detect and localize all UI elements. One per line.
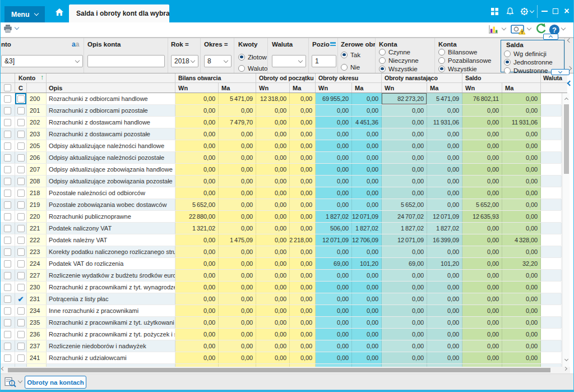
row-c-cell[interactable] — [15, 352, 27, 363]
cell-konto[interactable]: 231 — [27, 293, 47, 305]
row-select-checkbox[interactable] — [4, 354, 11, 362]
cell-value[interactable]: 0,00 — [462, 234, 502, 246]
cell-value[interactable]: 0,00 — [352, 176, 382, 187]
cell-value[interactable]: 11 931,06 — [502, 117, 541, 128]
cell-value[interactable]: 0,00 — [382, 317, 427, 328]
table-row-241[interactable]: 241Rozrachunki z udziałowcami0,000,000,0… — [0, 352, 562, 364]
row-select-checkbox[interactable] — [4, 237, 11, 244]
chart-button[interactable] — [488, 25, 498, 34]
cell-value[interactable]: 0,00 — [382, 246, 427, 257]
cell-value[interactable]: 0,00 — [256, 329, 290, 340]
table-row-237[interactable]: 237Rozliczenie niedoborów i nadwyżek0,00… — [0, 340, 562, 352]
cell-value[interactable]: 0,00 — [352, 270, 382, 281]
cell-value[interactable]: 0,00 — [175, 258, 219, 269]
cell-value[interactable]: 0,00 — [382, 293, 427, 305]
konto-filter-combobox[interactable]: &3] — [1, 55, 83, 67]
cell-value[interactable]: 0,00 — [256, 199, 290, 210]
cell-value[interactable]: 0,00 — [290, 93, 316, 104]
row-c-checkbox[interactable] — [17, 307, 25, 315]
radio-konta_aktywnosc-1[interactable]: Nieczynne — [379, 57, 419, 64]
cell-value[interactable]: 0,00 — [290, 329, 316, 340]
cell-value[interactable]: 0,00 — [219, 211, 256, 222]
cell-value[interactable]: 0,00 — [352, 128, 382, 140]
row-select-cell[interactable] — [0, 258, 15, 269]
radio-konta_aktywnosc-2[interactable]: Wszystkie — [379, 65, 418, 72]
cell-konto[interactable]: 203 — [27, 128, 47, 140]
row-select-checkbox[interactable] — [4, 248, 11, 256]
row-select-checkbox[interactable] — [4, 307, 11, 315]
radio-konta_typ-0[interactable]: Bilansowe — [438, 48, 477, 56]
cell-value[interactable]: 0,00 — [502, 199, 541, 210]
cell-value[interactable]: 0,00 — [427, 128, 462, 140]
cell-value[interactable]: 0,00 — [316, 187, 352, 199]
cell-value[interactable]: 0,00 — [352, 329, 382, 340]
cell-waluta[interactable] — [541, 258, 562, 269]
cell-value[interactable]: 0,00 — [316, 199, 352, 210]
cell-waluta[interactable] — [541, 152, 562, 163]
cell-value[interactable]: 0,00 — [462, 317, 502, 328]
row-select-cell[interactable] — [0, 117, 15, 128]
cell-value[interactable]: 0,00 — [352, 293, 382, 305]
row-c-checkbox[interactable] — [17, 284, 25, 291]
cell-value[interactable]: 0,00 — [290, 270, 316, 281]
cell-value[interactable]: 0,00 — [290, 305, 316, 316]
column-header-op-wn[interactable]: Wn — [256, 83, 290, 93]
cell-value[interactable]: 0,00 — [175, 317, 219, 328]
cell-value[interactable]: 12 071,09 — [427, 211, 462, 222]
cell-value[interactable]: 0,00 — [352, 340, 382, 352]
cell-value[interactable]: 0,00 — [427, 199, 462, 210]
cell-value[interactable]: 0,00 — [316, 282, 352, 293]
row-select-cell[interactable] — [0, 246, 15, 257]
column-header-bo-wn[interactable]: Wn — [175, 83, 219, 93]
row-select-checkbox[interactable] — [4, 343, 11, 350]
row-c-checkbox[interactable] — [17, 272, 25, 279]
column-header-bo-ma[interactable]: Ma — [219, 83, 256, 93]
cell-value[interactable]: 0,00 — [175, 293, 219, 305]
cell-value[interactable]: 0,00 — [352, 305, 382, 316]
cell-opis[interactable]: Podatek naliczony VAT — [47, 223, 175, 234]
cell-value[interactable]: 0,00 — [352, 140, 382, 151]
cell-value[interactable]: 0,00 — [256, 270, 290, 281]
cell-value[interactable]: 0,00 — [427, 270, 462, 281]
cell-value[interactable]: 0,00 — [290, 164, 316, 175]
table-row-206[interactable]: 206Odpisy aktualizujące należności pozos… — [0, 152, 562, 164]
minimize-button[interactable] — [539, 0, 549, 22]
cell-value[interactable]: 0,00 — [502, 187, 541, 199]
table-row-234[interactable]: 234Inne rozrachunki z pracownikami0,000,… — [0, 305, 562, 317]
cell-value[interactable]: 0,00 — [175, 117, 219, 128]
row-select-cell[interactable] — [0, 270, 15, 281]
table-row-231[interactable]: ✔231Potrącenia z listy płac0,000,000,000… — [0, 293, 562, 305]
cell-value[interactable]: 0,00 — [462, 293, 502, 305]
row-select-cell[interactable] — [0, 176, 15, 187]
column-group-obroty-narastajaco[interactable]: Obroty narastająco — [382, 73, 462, 82]
radio-konta_typ-1[interactable]: Pozabilansowe — [438, 57, 491, 64]
row-c-cell[interactable] — [15, 164, 27, 175]
cell-waluta[interactable] — [541, 164, 562, 175]
column-header-saldo-ma[interactable]: Ma — [502, 83, 541, 93]
column-header-konto-nr[interactable] — [27, 83, 47, 93]
cell-value[interactable]: 0,00 — [256, 293, 290, 305]
row-select-checkbox[interactable] — [4, 95, 11, 103]
table-row-218[interactable]: 218Pozostałe należności od odbiorców0,00… — [0, 187, 562, 199]
cell-value[interactable]: 0,00 — [316, 305, 352, 316]
column-header-opis[interactable]: Opis — [47, 83, 175, 93]
row-c-cell[interactable] — [15, 246, 27, 257]
row-select-cell[interactable] — [0, 234, 15, 246]
cell-value[interactable]: 0,00 — [352, 317, 382, 328]
row-c-checkbox[interactable] — [17, 178, 25, 185]
cell-value[interactable]: 0,00 — [256, 187, 290, 199]
column-header-c[interactable]: C — [15, 83, 27, 93]
cell-waluta[interactable] — [541, 293, 562, 305]
cell-value[interactable]: 0,00 — [382, 128, 427, 140]
cell-value[interactable]: 0,00 — [175, 305, 219, 316]
table-row-230[interactable]: 230Rozrachunki z pracownikami z tyt. wyn… — [0, 282, 562, 293]
equals-icon[interactable] — [330, 42, 336, 47]
cell-value[interactable]: 0,00 — [462, 258, 502, 269]
cell-opis[interactable]: Rozrachunki z odbiorcami pozostałe — [47, 105, 175, 116]
row-c-checkbox[interactable] — [17, 319, 25, 326]
row-select-checkbox[interactable] — [4, 213, 11, 220]
row-c-cell[interactable] — [15, 140, 27, 151]
radio-konta_typ-2[interactable]: Wszystkie — [438, 65, 477, 72]
column-group-bilans-otwarcia[interactable]: Bilans otwarcia — [175, 73, 256, 82]
cell-value[interactable]: 22 880,00 — [175, 211, 219, 222]
